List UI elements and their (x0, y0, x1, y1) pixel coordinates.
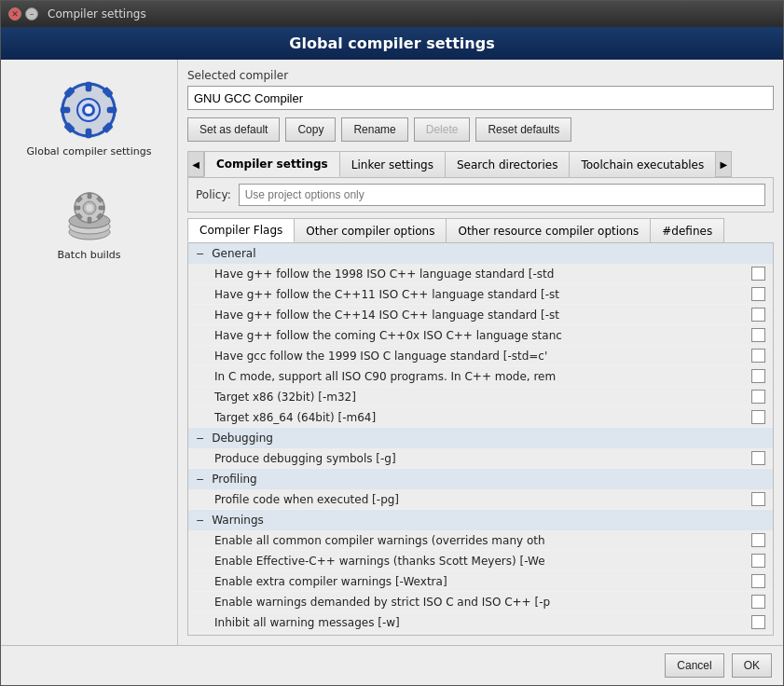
flag-label: Enable all common compiler warnings (ove… (214, 534, 751, 547)
section-header-debugging[interactable]: −Debugging (188, 428, 773, 448)
sidebar-item-label-batch: Batch builds (58, 249, 121, 261)
tab-nav-right[interactable]: ▶ (715, 151, 732, 177)
header-title: Global compiler settings (289, 34, 494, 52)
content-area: Selected compiler GNU GCC Compiler Set a… (178, 60, 783, 645)
close-button[interactable]: ✕ (8, 7, 21, 21)
flag-label: In C mode, support all ISO C90 programs.… (214, 370, 751, 383)
inner-tab-defines[interactable]: #defines (650, 218, 724, 242)
section-name: Debugging (212, 432, 273, 445)
flag-row: Target x86 (32bit) [-m32] (188, 387, 773, 407)
flag-checkbox[interactable] (751, 410, 765, 424)
policy-row: Policy: (187, 178, 774, 213)
flag-checkbox[interactable] (751, 595, 765, 609)
tab-nav-left[interactable]: ◀ (187, 151, 204, 177)
flag-label: Have g++ follow the C++14 ISO C++ langua… (214, 309, 751, 322)
svg-rect-19 (75, 206, 80, 210)
section-name: Warnings (212, 514, 264, 527)
flags-list[interactable]: −General Have g++ follow the 1998 ISO C+… (188, 243, 773, 635)
cancel-button[interactable]: Cancel (665, 653, 723, 678)
tab-search-directories[interactable]: Search directories (445, 151, 571, 177)
tab-compiler-settings[interactable]: Compiler settings (204, 151, 340, 177)
flag-checkbox[interactable] (751, 328, 765, 342)
flag-checkbox[interactable] (751, 615, 765, 629)
inner-tab-other-compiler[interactable]: Other compiler options (294, 218, 447, 242)
section-toggle-general: − (196, 248, 204, 260)
selected-compiler-label: Selected compiler (187, 69, 774, 82)
delete-button[interactable]: Delete (414, 117, 471, 142)
batch-builds-icon (60, 184, 119, 243)
tab-toolchain-executables[interactable]: Toolchain executables (569, 151, 716, 177)
compiler-select[interactable]: GNU GCC Compiler (187, 86, 774, 110)
svg-rect-20 (99, 206, 104, 210)
window-title: Compiler settings (48, 7, 146, 21)
inner-tab-other-resource[interactable]: Other resource compiler options (446, 218, 651, 242)
inner-tab-compiler-flags[interactable]: Compiler Flags (187, 218, 295, 242)
flag-label: Have g++ follow the 1998 ISO C++ languag… (214, 268, 751, 281)
section-name: Profiling (212, 473, 257, 486)
dialog-header: Global compiler settings (1, 27, 783, 60)
rename-button[interactable]: Rename (341, 117, 407, 142)
flags-container: −General Have g++ follow the 1998 ISO C+… (187, 243, 774, 636)
flag-row: Profile code when executed [-pg] (188, 489, 773, 510)
section-toggle-profiling: − (196, 473, 204, 486)
flag-checkbox[interactable] (751, 287, 765, 301)
policy-label: Policy: (196, 188, 231, 201)
flag-row: Have gcc follow the 1999 ISO C language … (188, 346, 773, 366)
svg-rect-17 (88, 193, 91, 199)
titlebar-buttons: ✕ – (8, 7, 38, 21)
svg-rect-4 (61, 107, 70, 113)
section-toggle-debugging: − (196, 432, 204, 445)
flag-row: Target x86_64 (64bit) [-m64] (188, 407, 773, 428)
sidebar-item-label-global: Global compiler settings (27, 145, 152, 158)
section-toggle-warnings: − (196, 514, 204, 527)
reset-defaults-button[interactable]: Reset defaults (475, 117, 571, 142)
main-content: Global compiler settings (1, 60, 783, 645)
flag-checkbox[interactable] (751, 308, 765, 322)
flag-row: Produce debugging symbols [-g] (188, 448, 773, 469)
flag-row: Enable warnings demanded by strict ISO C… (188, 592, 773, 612)
flag-label: Target x86 (32bit) [-m32] (214, 391, 751, 404)
compiler-select-row: GNU GCC Compiler (187, 86, 774, 110)
flag-row: Have g++ follow the C++11 ISO C++ langua… (188, 284, 773, 305)
flag-row: Inhibit all warning messages [-w] (188, 612, 773, 633)
copy-button[interactable]: Copy (285, 117, 336, 142)
svg-rect-2 (86, 82, 91, 91)
sidebar: Global compiler settings (1, 60, 178, 645)
flag-row: Have g++ follow the C++14 ISO C++ langua… (188, 305, 773, 325)
section-header-general[interactable]: −General (188, 243, 773, 264)
flag-row: In C mode, support all ISO C90 programs.… (188, 366, 773, 387)
set-default-button[interactable]: Set as default (187, 117, 280, 142)
policy-input[interactable] (239, 184, 765, 206)
flag-label: Inhibit all warning messages [-w] (214, 616, 751, 629)
flag-label: Enable warnings demanded by strict ISO C… (214, 596, 751, 609)
titlebar: ✕ – Compiler settings (1, 1, 783, 27)
ok-button[interactable]: OK (732, 653, 772, 678)
flag-label: Have gcc follow the 1999 ISO C language … (214, 350, 751, 363)
svg-point-26 (86, 204, 93, 212)
flag-row: Have g++ follow the coming C++0x ISO C++… (188, 325, 773, 346)
flag-checkbox[interactable] (751, 451, 765, 465)
outer-tabs: ◀ Compiler settings Linker settings Sear… (187, 151, 774, 178)
tab-linker-settings[interactable]: Linker settings (339, 151, 446, 177)
flag-label: Target x86_64 (64bit) [-m64] (214, 411, 751, 424)
svg-point-12 (85, 106, 92, 114)
flag-checkbox[interactable] (751, 492, 765, 506)
flag-checkbox[interactable] (751, 369, 765, 383)
gear-icon (59, 80, 118, 140)
flag-checkbox[interactable] (751, 349, 765, 363)
section-header-warnings[interactable]: −Warnings (188, 510, 773, 530)
section-header-profiling[interactable]: −Profiling (188, 469, 773, 489)
flag-row: Enable all common compiler warnings (ove… (188, 530, 773, 551)
sidebar-item-global-compiler[interactable]: Global compiler settings (21, 75, 158, 163)
sidebar-item-batch-builds[interactable]: Batch builds (52, 178, 127, 267)
inner-tabs: Compiler Flags Other compiler options Ot… (187, 218, 774, 243)
flag-checkbox[interactable] (751, 390, 765, 404)
flag-checkbox[interactable] (751, 554, 765, 568)
flag-checkbox[interactable] (751, 574, 765, 588)
svg-rect-18 (88, 217, 91, 223)
flag-label: Enable extra compiler warnings [-Wextra] (214, 575, 751, 588)
flag-row: Have g++ follow the 1998 ISO C++ languag… (188, 264, 773, 284)
minimize-button[interactable]: – (25, 7, 38, 21)
flag-checkbox[interactable] (751, 533, 765, 547)
flag-checkbox[interactable] (751, 267, 765, 281)
